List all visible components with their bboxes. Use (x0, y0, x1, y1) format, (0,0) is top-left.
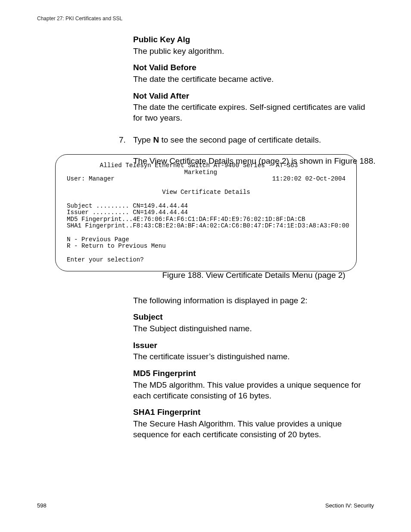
step-text: Type N to see the second page of certifi… (133, 135, 376, 146)
term-sha1: SHA1 Fingerprint (133, 407, 376, 418)
term-line: Subject ......... CN=149.44.44.44 (67, 202, 188, 209)
figure-caption: Figure 188. View Certificate Details Men… (157, 270, 351, 281)
term-subject: Subject (133, 312, 376, 323)
step-key: N (153, 135, 159, 144)
term-line (67, 229, 71, 236)
chapter-header: Chapter 27: PKI Certificates and SSL (37, 16, 122, 22)
desc-issuer: The certificate issuer’s distinguished n… (133, 352, 376, 362)
footer-page-number: 598 (37, 502, 47, 510)
term-not-valid-after: Not Valid After (133, 91, 376, 102)
term-public-key-alg: Public Key Alg (133, 34, 376, 45)
term-line (67, 249, 71, 256)
desc-not-valid-after: The date the certificate expires. Self-s… (133, 102, 376, 123)
term-md5: MD5 Fingerprint (133, 368, 376, 379)
desc-sha1: The Secure Hash Algorithm. This value pr… (133, 419, 376, 440)
term-line: View Certificate Details (67, 189, 250, 196)
term-issuer: Issuer (133, 340, 376, 351)
main-content-top: Public Key Alg The public key algorithm.… (133, 34, 376, 166)
term-not-valid-before: Not Valid Before (133, 62, 376, 73)
step-post: to see the second page of certificate de… (159, 135, 321, 144)
desc-md5: The MD5 algorithm. This value provides a… (133, 380, 376, 401)
terminal-text: Allied Telesyn Ethernet Switch AT-9400 S… (67, 162, 345, 263)
term-line: N - Previous Page (67, 236, 129, 243)
term-line: R - Return to Previous Menu (67, 243, 166, 249)
main-content-bottom: Figure 188. View Certificate Details Men… (133, 270, 376, 440)
term-line: MD5 Fingerprint...4E:76:06:FA:F6:C1:DA:F… (67, 216, 305, 223)
term-line: Enter your selection? (67, 256, 144, 263)
terminal-screen: Allied Telesyn Ethernet Switch AT-9400 S… (55, 154, 357, 271)
desc-not-valid-before: The date the certificate became active. (133, 74, 376, 85)
term-line: Issuer .......... CN=149.44.44.44 (67, 209, 188, 216)
term-line (67, 182, 71, 189)
step-7: 7. Type N to see the second page of cert… (119, 135, 376, 146)
term-line: SHA1 Fingerprint..F8:43:CB:E2:0A:BF:4A:0… (67, 222, 349, 229)
term-line (67, 196, 71, 202)
desc-public-key-alg: The public key algorithm. (133, 46, 376, 57)
step-pre: Type (133, 135, 153, 144)
term-line: User: Manager 11:20:02 02-Oct-2004 (67, 175, 346, 182)
page: Chapter 27: PKI Certificates and SSL Pub… (0, 0, 411, 532)
after-paragraph: The following information is displayed i… (133, 296, 376, 306)
footer-section: Section IV: Security (325, 502, 374, 510)
term-line: Allied Telesyn Ethernet Switch AT-9400 S… (67, 162, 298, 169)
term-line: Marketing (67, 169, 217, 176)
desc-subject: The Subject distinguished name. (133, 324, 376, 334)
step-number: 7. (119, 135, 126, 146)
